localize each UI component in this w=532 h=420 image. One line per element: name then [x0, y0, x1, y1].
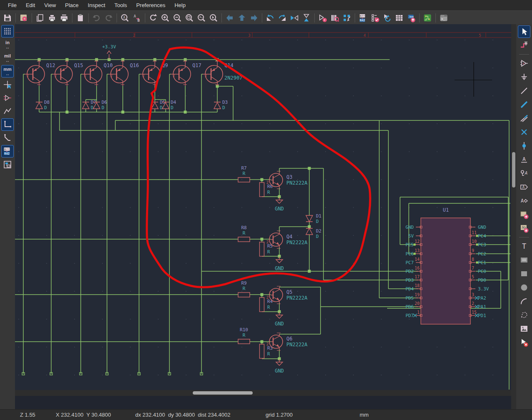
menu-preferences[interactable]: Preferences: [132, 1, 170, 9]
arc-button[interactable]: [518, 295, 530, 308]
menu-help[interactable]: Help: [170, 1, 190, 9]
transistor-Q12[interactable]: 2Q12: [25, 60, 55, 86]
horizontal-scrollbar[interactable]: [15, 390, 511, 396]
place-wire-button[interactable]: [518, 85, 530, 97]
refresh-button[interactable]: [147, 12, 159, 24]
stage-Q3[interactable]: R7RR6R2Q3PN2222AGND: [238, 165, 308, 212]
save-button[interactable]: [2, 12, 13, 24]
fields-table-button[interactable]: [393, 12, 405, 24]
transistor-Q10[interactable]: 2Q10: [82, 60, 113, 86]
annotate-button[interactable]: R??R42: [357, 12, 369, 24]
sheet-settings-button[interactable]: [18, 12, 30, 24]
place-power-button[interactable]: [518, 71, 530, 83]
text-button[interactable]: T: [518, 240, 530, 252]
redo-button[interactable]: [103, 12, 114, 24]
vertical-scrollbar-thumb[interactable]: [512, 152, 515, 188]
units-mil-button[interactable]: mil↔: [1, 52, 14, 64]
menu-view[interactable]: View: [40, 1, 60, 9]
erc-button[interactable]: [369, 12, 381, 24]
net-label-button[interactable]: A: [518, 153, 530, 166]
vertical-scrollbar[interactable]: [511, 24, 516, 410]
svg-text:+: +: [522, 62, 524, 65]
place-symbol-button[interactable]: +: [518, 57, 530, 70]
find-button[interactable]: A: [119, 12, 131, 24]
zoom-in-button[interactable]: [159, 12, 171, 24]
schematic-canvas[interactable]: 2345+3.3V2Q122Q152Q102Q162Q92Q172Q142N29…: [15, 24, 511, 410]
export-bom-button[interactable]: .bom: [405, 12, 417, 24]
select-button[interactable]: [518, 25, 530, 38]
find-replace-button[interactable]: AB: [131, 12, 143, 24]
ink-annotation-loop[interactable]: [147, 48, 370, 287]
power-flag-3v3[interactable]: +3.3V: [102, 44, 116, 60]
place-bus-button[interactable]: [518, 98, 530, 111]
console-button[interactable]: >_: [438, 12, 450, 24]
grid-dots-button[interactable]: [1, 25, 14, 38]
circle-button[interactable]: [518, 281, 530, 294]
import-sheet-pin-button[interactable]: A: [518, 222, 530, 235]
polygon-button[interactable]: [518, 309, 530, 321]
menu-place[interactable]: Place: [60, 1, 83, 9]
update-symbols-button[interactable]: [381, 12, 393, 24]
schematic-drawing[interactable]: 2345+3.3V2Q122Q152Q102Q162Q92Q172Q142N29…: [15, 24, 511, 410]
rotate-cw-button[interactable]: [276, 12, 288, 24]
transistor-Q17[interactable]: 2Q17: [171, 60, 201, 86]
mirror-v-button[interactable]: [301, 12, 312, 24]
free-angle-wire-button[interactable]: [1, 105, 14, 118]
hier-label-button[interactable]: A: [518, 195, 530, 207]
svg-text:R7: R7: [241, 165, 246, 171]
wire-45-button[interactable]: [1, 132, 14, 144]
pcb-editor-button[interactable]: [422, 12, 433, 24]
units-in-button[interactable]: in↔: [1, 38, 14, 51]
stage-Q4[interactable]: R8RR5R2Q4PN2222AGND: [238, 225, 308, 271]
menu-file[interactable]: File: [3, 1, 21, 9]
rotate-ccw-button[interactable]: [264, 12, 276, 24]
zoom-fit-button[interactable]: [184, 12, 195, 24]
zoom-selection-button[interactable]: [208, 12, 219, 24]
zoom-out-button[interactable]: [172, 12, 183, 24]
text-box-button[interactable]: [518, 254, 530, 266]
diode-D8[interactable]: D8D: [36, 100, 50, 110]
nav-forward-button[interactable]: [248, 12, 260, 24]
svg-text:Q17: Q17: [192, 62, 201, 68]
footprint-editor-button[interactable]: [341, 12, 353, 24]
zoom-objects-button[interactable]: [196, 12, 207, 24]
hidden-pins-button[interactable]: -+: [1, 92, 14, 104]
library-browser-button[interactable]: [329, 12, 341, 24]
menu-tools[interactable]: Tools: [110, 1, 132, 9]
menu-edit[interactable]: Edit: [21, 1, 40, 9]
place-sheet-button[interactable]: [518, 208, 530, 221]
units-mm-button[interactable]: mm↔: [1, 65, 14, 78]
diode-D2[interactable]: D2D: [306, 228, 321, 239]
junction-button[interactable]: [518, 140, 530, 152]
print-icon: [47, 13, 57, 22]
rectangle-button[interactable]: [518, 268, 530, 280]
diode-D1[interactable]: D1D: [306, 213, 321, 224]
horizontal-scrollbar-thumb[interactable]: [193, 391, 253, 395]
highlight-net-button[interactable]: [518, 39, 530, 52]
transistor-Q15[interactable]: 2Q15: [52, 60, 83, 86]
nav-up-button[interactable]: [236, 12, 248, 24]
hierarchy-navigator-button[interactable]: [1, 158, 14, 171]
mirror-h-button[interactable]: [288, 12, 300, 24]
page-setup-button[interactable]: [34, 12, 46, 24]
print-button[interactable]: [46, 12, 58, 24]
image-button[interactable]: [518, 322, 530, 335]
global-label-button[interactable]: A: [518, 181, 530, 193]
svg-text:D: D: [160, 105, 163, 110]
delete-tool-button[interactable]: [518, 336, 530, 349]
bus-entry-button[interactable]: [518, 112, 530, 125]
ref-display-button[interactable]: R??R42: [1, 145, 14, 158]
no-connect-button[interactable]: [518, 126, 530, 138]
transistor-Q16[interactable]: 2Q16: [108, 60, 139, 86]
menu-inspect[interactable]: Inspect: [83, 1, 110, 9]
symbol-editor-button[interactable]: [317, 12, 328, 24]
diode-D3[interactable]: D3D: [214, 100, 228, 110]
ic-U1[interactable]: U1GND5VPC512PC613PC714PD216PD317PD418PD5…: [405, 207, 489, 324]
plot-button[interactable]: [58, 12, 70, 24]
undo-button[interactable]: [91, 12, 102, 24]
net-class-button[interactable]: A: [518, 167, 530, 180]
nav-back-button[interactable]: [224, 12, 236, 24]
paste-button[interactable]: [75, 12, 86, 24]
hv-wire-button[interactable]: [1, 118, 14, 131]
cursor-shape-button[interactable]: [1, 78, 14, 91]
